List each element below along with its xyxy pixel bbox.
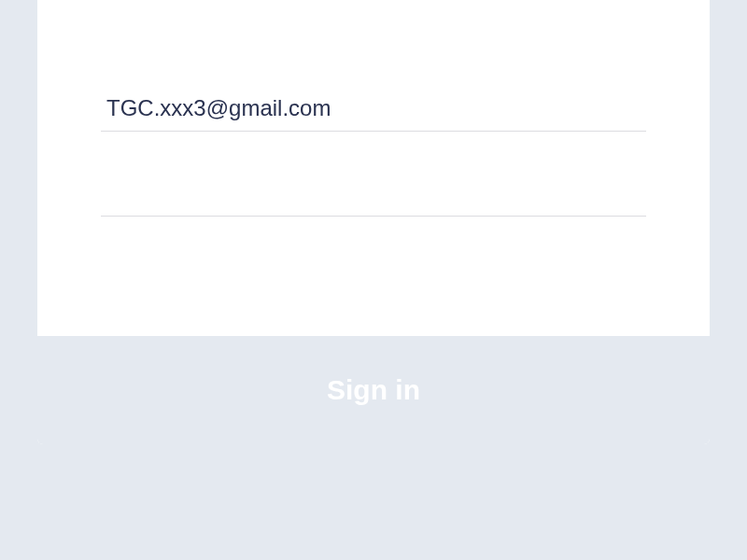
signin-button[interactable]: Sign in [37, 336, 710, 444]
password-field[interactable] [101, 180, 646, 206]
email-row [101, 82, 646, 132]
form-area [37, 0, 710, 336]
email-field[interactable] [101, 95, 646, 121]
password-row [101, 167, 646, 217]
login-card: Sign in [37, 0, 710, 444]
